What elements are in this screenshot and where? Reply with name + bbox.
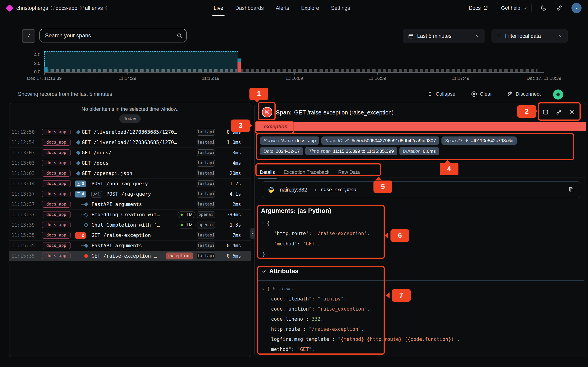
code-key: code.lineno xyxy=(271,316,303,322)
span-count-badge[interactable]: −2 xyxy=(75,232,86,239)
clear-button[interactable]: Clear xyxy=(471,89,492,99)
breadcrumb-label: docs-app xyxy=(56,5,78,11)
copy-icon[interactable] xyxy=(568,186,574,193)
chevron-down-icon xyxy=(261,269,267,274)
docs-link[interactable]: Docs xyxy=(468,5,488,11)
attributes-heading[interactable]: Attributes xyxy=(261,268,299,275)
logfire-logo-icon[interactable] xyxy=(6,4,13,12)
y-axis-label: 2.0 xyxy=(27,61,40,66)
span-name: GET /livereload/1270363685/1270… xyxy=(82,127,177,137)
trace-row[interactable]: 11:13:03docs_appGET /openapi.jsonfastapi… xyxy=(9,168,251,179)
dark-mode-moon-icon[interactable] xyxy=(540,5,547,11)
diamond-blue-icon xyxy=(76,130,81,134)
trace-row[interactable]: 11:15:35docs_appGET /raise-exception …ex… xyxy=(9,251,251,261)
trace-row[interactable]: 11:13:37docs_app−4✎1POST /rag-queryfasta… xyxy=(9,189,251,199)
trace-row[interactable]: 11:13:37docs_appFastAPI argumentsfastapi… xyxy=(9,199,251,210)
breadcrumb: christophergs˄˅/docs-app˄˅/all envs˄˅ xyxy=(16,5,107,11)
breadcrumb-item[interactable]: all envs˄˅ xyxy=(85,5,107,11)
nav-item-settings[interactable]: Settings xyxy=(331,0,350,16)
collapse-button[interactable]: Collapse xyxy=(427,89,456,99)
close-icon[interactable] xyxy=(569,109,575,115)
trace-row[interactable]: 11:13:37docs_appEmbedding Creation wit…L… xyxy=(9,210,251,220)
trace-row[interactable]: 11:13:03docs_appGET /docs/fastapi3ms xyxy=(9,148,251,158)
app-badge: docs_app xyxy=(42,222,71,228)
get-help-button[interactable]: Get help xyxy=(497,3,531,13)
llm-dot-icon xyxy=(181,214,183,216)
chart-bar xyxy=(237,62,241,72)
disconnect-button[interactable]: Disconnect xyxy=(507,89,541,99)
code-line: "method": "GET", xyxy=(262,344,460,354)
trace-row[interactable]: 11:12:50docs_appGET /livereload/12703636… xyxy=(9,127,251,137)
nav-item-dashboards[interactable]: Dashboards xyxy=(235,0,264,16)
disconnect-plug-icon xyxy=(507,91,513,97)
external-link-icon xyxy=(483,6,488,10)
empty-window-note: No older items in the selected time wind… xyxy=(9,106,251,112)
copy-link-icon[interactable] xyxy=(556,109,562,115)
app-badge: docs_app xyxy=(42,170,71,177)
span-name: GET /openapi.json xyxy=(82,168,132,178)
trace-row[interactable]: 11:13:39docs_appChat Completion with '…L… xyxy=(9,220,251,230)
row-time: 11:15:35 xyxy=(11,251,35,261)
row-time: 11:13:14 xyxy=(11,179,35,189)
x-axis-label: 11:14:29 xyxy=(91,76,164,81)
child-count: 3 xyxy=(82,181,84,186)
instrumentation-badge: fastapi xyxy=(197,191,215,198)
breadcrumb-item[interactable]: docs-app˄˅ xyxy=(56,5,82,11)
panel-resize-handle[interactable] xyxy=(250,228,255,239)
code-line: "http.route": "/raise-exception", xyxy=(262,324,460,334)
trace-row[interactable]: 11:13:03docs_appGET /docsfastapi4ms xyxy=(9,158,251,168)
x-axis-tick xyxy=(44,72,45,75)
trace-row[interactable]: 11:13:14docs_app+3POST /non-rag-queryfas… xyxy=(9,179,251,189)
live-connection-indicator[interactable] xyxy=(553,90,563,100)
share-link-icon[interactable] xyxy=(556,5,563,11)
trace-row[interactable]: 11:15:35docs_app−2GET /raise-exceptionfa… xyxy=(9,230,251,241)
span-name: GET /raise-exception xyxy=(91,230,151,240)
llm-badge: LLM xyxy=(178,222,195,228)
trace-rows: 11:12:50docs_appGET /livereload/12703636… xyxy=(9,127,251,261)
today-chip[interactable]: Today xyxy=(119,115,141,123)
instrumentation-badge: openai xyxy=(197,222,215,228)
nav-item-live[interactable]: Live xyxy=(214,0,223,16)
breadcrumb-separator: / xyxy=(82,5,84,11)
tab-raw-data[interactable]: Raw Data xyxy=(338,169,360,177)
meta-label: Service Name xyxy=(263,138,293,143)
nav-item-alerts[interactable]: Alerts xyxy=(276,0,289,16)
instrumentation-badge: fastapi xyxy=(197,149,215,156)
exception-banner: exception xyxy=(255,122,586,131)
diamond-blue-icon xyxy=(76,140,81,145)
code-function-name: raise_exception xyxy=(321,182,356,198)
row-duration: 399ms xyxy=(227,210,241,220)
instrumentation-badge: fastapi xyxy=(197,252,215,259)
span-count-badge[interactable]: +3 xyxy=(75,181,86,187)
span-count-badge[interactable]: −4 xyxy=(75,191,86,198)
app-badge: docs_app xyxy=(42,232,71,239)
split-panel-icon[interactable] xyxy=(542,109,549,115)
breadcrumb-item[interactable]: christophergs˄˅ xyxy=(16,5,52,11)
exception-banner-label: exception xyxy=(264,122,288,131)
code-line: "logfire.msg_template": "{method} {http.… xyxy=(262,334,460,344)
trace-row[interactable]: 11:15:35docs_appFastAPI argumentsfastapi… xyxy=(9,241,251,251)
tab-details[interactable]: Details xyxy=(260,169,275,177)
row-time: 11:12:50 xyxy=(11,127,35,137)
code-value: /raise-exception xyxy=(312,326,358,332)
row-time: 11:15:35 xyxy=(11,230,35,240)
avatar[interactable]: - xyxy=(571,3,582,13)
app-badge: docs_app xyxy=(42,149,71,156)
tab-exception-traceback[interactable]: Exception Traceback xyxy=(284,169,330,177)
meta-value: docs_app xyxy=(295,138,316,143)
code-key: http.route xyxy=(277,231,306,236)
y-axis-label: 0.0 xyxy=(27,69,40,75)
trace-row[interactable]: 11:12:54docs_appGET /livereload/12703636… xyxy=(9,137,251,148)
code-key: code.function xyxy=(271,306,309,312)
nav-item-explore[interactable]: Explore xyxy=(301,0,319,16)
meta-value: 2024-12-17 xyxy=(276,148,300,154)
meta-pill-service-name: Service Namedocs_app xyxy=(260,136,319,145)
code-line: 'method': 'GET', xyxy=(262,239,370,249)
meta-pill-duration: Duration0.6ms xyxy=(399,147,439,155)
code-value: {method} {http.route} ({code.function}) xyxy=(341,336,454,342)
app-badge: docs_app xyxy=(42,242,71,249)
diamond-blue-icon xyxy=(84,243,88,248)
x-axis-tick xyxy=(294,72,295,75)
x-axis-label: 11:16:59 xyxy=(341,76,414,81)
instrumentation-badge: fastapi xyxy=(197,242,215,249)
